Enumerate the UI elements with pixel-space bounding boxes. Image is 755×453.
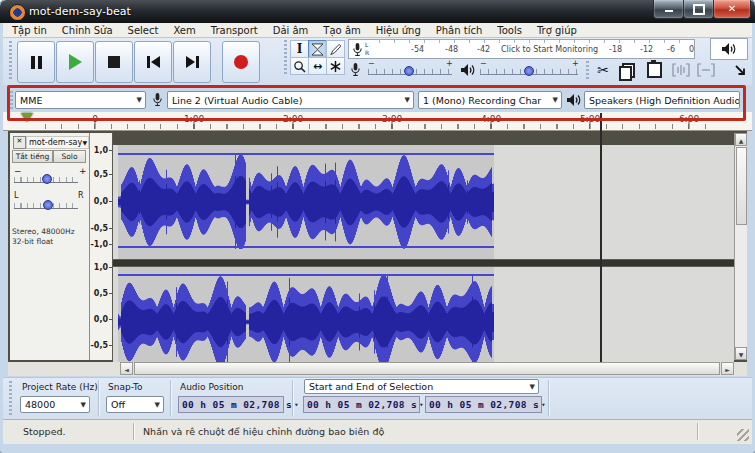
timeline-ruler[interactable]: 01:002:003:004:005:006:00 <box>3 112 752 131</box>
recording-meter[interactable]: LR-54-48-42Click to Start Monitoring-18-… <box>348 39 695 59</box>
copy-button[interactable] <box>617 61 639 79</box>
output-device-speaker-icon <box>566 93 582 107</box>
envelope-line-right-top[interactable] <box>118 274 494 276</box>
playback-meter[interactable] <box>710 38 748 60</box>
menu-chỉnh-sửa[interactable]: Chỉnh Sửa <box>62 25 113 36</box>
timeshift-icon: ↔ <box>313 61 322 72</box>
dropdown-small-icon: ▾ <box>419 401 424 409</box>
vertical-scrollbar[interactable]: ▲ ▼ <box>734 133 747 360</box>
amplitude-tick <box>109 345 112 346</box>
tools-toolbar-grip[interactable] <box>284 40 287 74</box>
menu-xem[interactable]: Xem <box>173 25 195 36</box>
recording-channels-select[interactable]: 1 (Mono) Recording Char▼ <box>418 91 562 109</box>
audio-position-field[interactable]: 00 h 05 m 02,708 s▾ <box>178 396 284 413</box>
track-name-menu[interactable]: mot-dem-say ▼ <box>26 136 89 149</box>
vertical-scroll-thumb[interactable] <box>736 147 747 225</box>
pan-slider-thumb[interactable] <box>43 200 53 210</box>
envelope-tool-button[interactable] <box>308 40 327 58</box>
audio-host-select[interactable]: MME▼ <box>15 91 146 109</box>
recording-device-value: Line 2 (Virtual Audio Cable) <box>172 95 302 106</box>
multi-tool-button[interactable] <box>326 57 345 75</box>
solo-button[interactable]: Solo <box>53 150 86 163</box>
project-rate-select[interactable]: 48000▼ <box>20 396 90 413</box>
selection-start-field[interactable]: 00 h 05 m 02,708 s▾ <box>303 396 420 413</box>
status-separator <box>133 423 134 440</box>
title-bar[interactable]: mot-dem-say-beat ✕ <box>0 0 755 23</box>
minimize-button[interactable] <box>653 0 684 19</box>
close-button[interactable]: ✕ <box>713 0 751 19</box>
fit-project-button[interactable] <box>731 61 749 79</box>
recording-volume-thumb[interactable] <box>404 66 414 76</box>
scroll-right-icon: ► <box>725 366 730 373</box>
play-start-marker-icon[interactable] <box>21 113 33 122</box>
edit-toolbar-grip[interactable] <box>586 61 589 79</box>
amplitude-ruler[interactable]: 1,00,50,0-0,5-1,01,00,50,0-0,5 <box>90 133 113 360</box>
scroll-down-button[interactable]: ▼ <box>735 347 747 360</box>
minimize-icon <box>665 10 673 12</box>
meter-tick-label: -6 <box>667 45 675 54</box>
maximize-button[interactable] <box>683 0 714 19</box>
playback-volume-thumb[interactable] <box>524 66 534 76</box>
track-close-button[interactable]: ✕ <box>13 136 26 149</box>
silence-audio-button[interactable] <box>695 61 717 79</box>
scroll-left-button[interactable]: ◄ <box>120 362 133 375</box>
gain-slider-thumb[interactable] <box>42 174 52 184</box>
timeshift-tool-button[interactable]: ↔ <box>308 57 327 75</box>
menu-tools[interactable]: Tools <box>497 25 522 36</box>
cut-button[interactable]: ✂ <box>592 61 614 79</box>
menu-trợ-giúp[interactable]: Trợ giúp <box>537 25 577 36</box>
amplitude-label: -0,5 <box>91 341 109 350</box>
menu-phân-tích[interactable]: Phân tích <box>436 25 483 36</box>
scroll-right-button[interactable]: ► <box>721 362 734 375</box>
menu-tập-tin[interactable]: Tập tin <box>12 25 47 36</box>
amplitude-tick <box>109 201 112 202</box>
resize-grip[interactable] <box>737 429 749 441</box>
record-button[interactable] <box>222 41 260 83</box>
snap-to-select[interactable]: Off▼ <box>106 396 164 413</box>
menu-tạo-âm[interactable]: Tạo âm <box>323 25 360 36</box>
timeline-minor-ticks <box>45 124 717 129</box>
stop-button[interactable] <box>95 41 133 83</box>
menu-dải-âm[interactable]: Dải âm <box>273 25 309 36</box>
draw-tool-button[interactable] <box>326 40 345 58</box>
transport-toolbar-grip[interactable] <box>9 41 12 81</box>
timeline-major-tick <box>590 121 591 129</box>
waveform-canvas-left[interactable] <box>118 147 494 257</box>
paste-button[interactable] <box>643 61 665 79</box>
skip-to-end-button[interactable] <box>173 41 211 83</box>
menu-transport[interactable]: Transport <box>211 25 258 36</box>
gain-minus-label: − <box>14 166 22 176</box>
pause-button[interactable] <box>17 41 55 83</box>
waveform-canvas-right[interactable] <box>118 268 494 362</box>
mute-button[interactable]: Tắt tiếng <box>12 150 53 163</box>
snap-to-label: Snap-To <box>108 382 143 392</box>
menu-select[interactable]: Select <box>128 25 159 36</box>
trim-audio-button[interactable] <box>670 61 692 79</box>
amplitude-tick <box>109 293 112 294</box>
status-state: Stopped. <box>23 426 66 437</box>
maximize-icon <box>693 4 705 15</box>
skip-to-start-button[interactable] <box>134 41 172 83</box>
selection-range-mode-select[interactable]: Start and End of Selection▼ <box>304 379 539 394</box>
device-toolbar-grip[interactable] <box>10 91 13 109</box>
recording-device-select[interactable]: Line 2 (Virtual Audio Cable)▼ <box>167 91 414 109</box>
amplitude-label: 1,0 <box>94 146 108 155</box>
magnifier-icon <box>293 60 306 73</box>
selection-end-field[interactable]: 00 h 05 m 02,708 s▾ <box>425 396 542 413</box>
meter-tick-label: -54 <box>411 45 424 54</box>
envelope-line-left-top[interactable] <box>118 153 494 155</box>
playback-slider-max-label: + <box>572 59 579 68</box>
zoom-tool-button[interactable] <box>290 57 309 75</box>
horizontal-scroll-thumb[interactable] <box>134 362 720 375</box>
amplitude-label: 0,0 <box>94 197 108 206</box>
envelope-line-left-bottom[interactable] <box>118 246 494 248</box>
menu-hiệu-ứng[interactable]: Hiệu ứng <box>376 25 421 36</box>
selection-tool-button[interactable]: I <box>290 40 309 58</box>
scroll-up-button[interactable]: ▲ <box>735 133 747 146</box>
playback-device-select[interactable]: Speakers (High Definition Audio▼ <box>584 91 740 109</box>
selection-toolbar-grip[interactable] <box>9 381 12 415</box>
pan-right-label: R <box>78 191 84 200</box>
playback-slider-min-label: − <box>480 59 487 68</box>
mixer-mic-icon <box>350 62 361 77</box>
play-button[interactable] <box>56 41 94 83</box>
